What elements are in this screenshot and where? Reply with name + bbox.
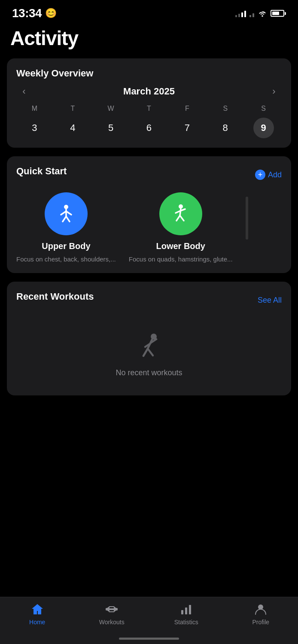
battery-icon <box>271 10 286 17</box>
wifi-icon <box>258 10 267 17</box>
current-month: March 2025 <box>123 86 175 97</box>
svg-line-4 <box>63 216 66 222</box>
weekly-overview-title: Weekly Overview <box>16 68 282 79</box>
upper-body-desc: Focus on chest, back, shoulders,... <box>16 255 116 264</box>
svg-rect-27 <box>114 607 116 611</box>
workout-partial-hint <box>246 192 263 264</box>
quick-start-title: Quick Start <box>16 166 67 177</box>
calendar-grid: M T W T F S S 3 4 5 6 7 8 9 <box>16 105 282 138</box>
nav-item-workouts[interactable]: Workouts <box>75 602 149 626</box>
day-7[interactable]: 7 <box>177 118 198 138</box>
nav-item-statistics[interactable]: Statistics <box>149 602 224 626</box>
extra-signal <box>249 9 254 17</box>
status-bar: 13:34 😊 <box>0 0 298 23</box>
workout-upper-body[interactable]: Upper Body Focus on chest, back, shoulde… <box>16 192 116 264</box>
recent-workouts-card: Recent Workouts See All No recent workou… <box>7 282 291 395</box>
day-header-T1: T <box>55 105 91 116</box>
day-3[interactable]: 3 <box>24 118 45 138</box>
page-title: Activity <box>0 23 298 58</box>
day-header-F: F <box>169 105 205 116</box>
profile-icon <box>254 602 268 616</box>
home-icon <box>30 602 44 616</box>
svg-line-5 <box>66 216 70 222</box>
svg-line-16 <box>143 349 148 356</box>
svg-rect-24 <box>106 608 108 611</box>
lower-body-desc: Focus on quads, hamstrings, glute... <box>129 255 233 264</box>
svg-line-3 <box>66 211 71 215</box>
svg-rect-30 <box>189 605 191 614</box>
lower-body-icon <box>159 192 202 235</box>
running-figure-icon <box>134 332 164 362</box>
quick-start-card: Quick Start + Add <box>7 156 291 273</box>
svg-line-11 <box>180 216 184 221</box>
svg-rect-28 <box>181 610 183 614</box>
workout-lower-body[interactable]: Lower Body Focus on quads, hamstrings, g… <box>129 192 233 264</box>
day-8[interactable]: 8 <box>215 118 236 138</box>
svg-rect-26 <box>108 607 109 611</box>
empty-workouts-state: No recent workouts <box>16 319 282 386</box>
upper-body-name: Upper Body <box>42 241 90 251</box>
bottom-nav: Home Workouts Statistics <box>0 597 298 644</box>
nav-item-profile[interactable]: Profile <box>224 602 298 626</box>
empty-workouts-text: No recent workouts <box>116 368 182 377</box>
status-emoji: 😊 <box>45 8 57 19</box>
see-all-button[interactable]: See All <box>258 296 282 305</box>
day-header-T2: T <box>131 105 167 116</box>
next-month-button[interactable]: › <box>266 86 282 97</box>
svg-rect-29 <box>185 608 187 614</box>
status-icons <box>235 9 286 17</box>
workouts-list: Upper Body Focus on chest, back, shoulde… <box>16 192 282 264</box>
nav-item-home[interactable]: Home <box>0 602 75 626</box>
lower-body-name: Lower Body <box>156 241 205 251</box>
signal-icon <box>235 9 246 17</box>
day-6[interactable]: 6 <box>139 118 159 138</box>
upper-body-icon <box>45 192 88 235</box>
workouts-icon <box>105 602 119 616</box>
weekly-overview-card: Weekly Overview ‹ March 2025 › M T W T F… <box>7 58 291 148</box>
nav-label-profile: Profile <box>252 619 269 626</box>
add-circle-icon: + <box>255 170 265 180</box>
statistics-icon <box>179 602 193 616</box>
day-header-S2: S <box>245 105 282 116</box>
prev-month-button[interactable]: ‹ <box>16 86 32 97</box>
day-header-M: M <box>16 105 53 116</box>
recent-workouts-title: Recent Workouts <box>16 291 94 302</box>
day-9-today[interactable]: 9 <box>253 118 274 138</box>
add-label: Add <box>268 170 282 179</box>
home-indicator <box>119 638 179 640</box>
svg-rect-25 <box>116 608 118 611</box>
svg-line-2 <box>61 211 66 215</box>
nav-label-workouts: Workouts <box>99 619 125 626</box>
day-header-W: W <box>93 105 129 116</box>
svg-line-17 <box>148 349 153 355</box>
nav-label-statistics: Statistics <box>174 619 198 626</box>
day-header-S1: S <box>207 105 243 116</box>
add-button[interactable]: + Add <box>255 170 282 180</box>
status-time: 13:34 <box>12 6 42 20</box>
svg-line-10 <box>176 216 180 221</box>
day-5[interactable]: 5 <box>100 118 121 138</box>
day-4[interactable]: 4 <box>62 118 83 138</box>
svg-line-7 <box>180 209 181 216</box>
quick-start-header: Quick Start + Add <box>16 166 282 184</box>
nav-label-home: Home <box>29 619 45 626</box>
recent-workouts-header: Recent Workouts See All <box>16 291 282 309</box>
weekly-nav: ‹ March 2025 › <box>16 86 282 97</box>
